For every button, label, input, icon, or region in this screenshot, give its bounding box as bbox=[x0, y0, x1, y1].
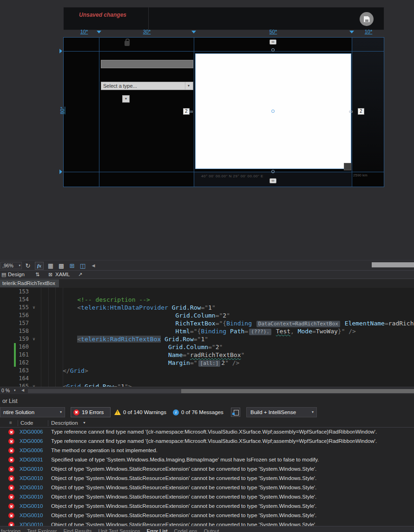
error-row[interactable]: XDG0006The method or operation is not im… bbox=[0, 446, 414, 455]
code-line[interactable]: 165∨ <Grid Grid.Row="1"> bbox=[0, 383, 414, 387]
code-line[interactable]: 154 <!-- description --> bbox=[0, 296, 414, 304]
swap-panes-icon[interactable]: ⇅ bbox=[35, 272, 39, 278]
error-row[interactable]: XDG0006Type reference cannot find type n… bbox=[0, 428, 414, 437]
editor-hscrollbar-thumb[interactable] bbox=[181, 389, 414, 393]
editor-zoom-select[interactable]: 0 % bbox=[1, 388, 10, 393]
fold-arrow-icon[interactable]: ∨ bbox=[31, 335, 37, 343]
selection-handle-top[interactable] bbox=[271, 48, 275, 52]
margin-chain-right-icon[interactable]: ∞ bbox=[349, 109, 353, 114]
code-column-header[interactable]: Code bbox=[20, 420, 33, 426]
code-line[interactable]: 160 Grid.Column="2" bbox=[0, 343, 414, 351]
fold-arrow-icon[interactable]: ∨ bbox=[31, 383, 37, 387]
designed-textbox[interactable] bbox=[101, 60, 193, 68]
error-row[interactable]: XDG0010Object of type 'System.Windows.St… bbox=[0, 483, 414, 493]
resize-grip[interactable] bbox=[344, 163, 351, 170]
code-line[interactable]: 153 bbox=[0, 288, 414, 296]
column-divider[interactable] bbox=[18, 420, 18, 426]
tab-design[interactable]: Design bbox=[8, 272, 25, 277]
error-row[interactable]: XDG0010Object of type 'System.Windows.St… bbox=[0, 493, 414, 502]
selection-handle-bottom[interactable] bbox=[271, 170, 275, 173]
code-line[interactable]: 158 Html="{Binding Path=(???). Test, Mod… bbox=[0, 327, 414, 335]
show-grid-icon[interactable]: ▦ bbox=[47, 262, 54, 270]
collapse-panel-icon[interactable]: ◀ bbox=[90, 262, 97, 270]
error-code-link[interactable]: XDG0006 bbox=[20, 448, 43, 453]
fold-arrow-icon[interactable]: ∨ bbox=[31, 304, 37, 311]
column-splitter-marker[interactable] bbox=[349, 31, 354, 33]
code-lines[interactable]: 153154 <!-- description -->155∨ <telerik… bbox=[0, 288, 414, 387]
margin-chain-left-icon[interactable]: ∞ bbox=[189, 109, 193, 114]
refresh-icon[interactable]: ↻ bbox=[24, 262, 32, 270]
column-width-label[interactable]: 10* bbox=[365, 29, 373, 34]
row-boundary-marker[interactable] bbox=[59, 49, 62, 53]
panel-tab[interactable]: factoring bbox=[1, 526, 20, 532]
margin-value-right[interactable]: 2 bbox=[358, 108, 364, 115]
warnings-toggle-button[interactable]: 0 of 140 Warnings bbox=[114, 407, 166, 417]
column-width-label[interactable]: 30* bbox=[143, 29, 151, 34]
panel-tab[interactable]: CodeLens bbox=[174, 526, 197, 532]
error-code-link[interactable]: XDG0010 bbox=[20, 494, 43, 500]
panel-tab[interactable]: Test Explorer bbox=[27, 526, 57, 532]
scroll-left-icon[interactable]: ◀ bbox=[21, 388, 24, 392]
editor-hscrollbar-track[interactable] bbox=[28, 389, 414, 393]
code-line[interactable]: 157 RichTextBox="{Binding DataContext=Ra… bbox=[0, 319, 414, 327]
error-code-link[interactable]: XDG0010 bbox=[20, 475, 43, 481]
zoom-select[interactable]: ,96% ▾ bbox=[0, 262, 22, 269]
snap-to-snaplines-icon[interactable]: ◫ bbox=[79, 262, 86, 270]
designed-combobox[interactable]: Select a type... ▾ bbox=[101, 82, 193, 90]
code-line[interactable]: 156 Grid.Column="2" bbox=[0, 311, 414, 319]
messages-toggle-button[interactable]: 0 of 76 Messages bbox=[173, 407, 223, 417]
panel-tab[interactable]: Find Results bbox=[63, 526, 92, 532]
scope-filter-dropdown[interactable]: ntire Solution ▾ bbox=[0, 407, 65, 417]
panel-tab[interactable]: Error List bbox=[147, 526, 168, 532]
row-height-label[interactable]: 80* bbox=[59, 107, 65, 115]
designed-dropdown-button[interactable]: ▾ bbox=[122, 95, 130, 103]
column-splitter-marker[interactable] bbox=[97, 31, 101, 33]
xaml-code-editor[interactable]: 153154 <!-- description -->155∨ <telerik… bbox=[0, 288, 414, 387]
error-row[interactable]: XDG0010Object of type 'System.Windows.St… bbox=[0, 502, 414, 511]
popout-icon[interactable]: ↗ bbox=[78, 272, 82, 278]
column-splitter-marker[interactable] bbox=[191, 31, 196, 33]
error-row[interactable]: XDG0010Object of type 'System.Windows.St… bbox=[0, 465, 414, 474]
code-line[interactable]: 162 Margin="[all:]2" /> bbox=[0, 359, 414, 367]
selection-center-point[interactable] bbox=[271, 110, 275, 113]
source-filter-dropdown[interactable]: Build + IntelliSense ▾ bbox=[246, 407, 317, 417]
code-token: " bbox=[241, 351, 244, 358]
panel-tab[interactable]: Output bbox=[204, 526, 219, 532]
designer-hscrollbar-thumb[interactable] bbox=[372, 262, 414, 267]
column-width-label[interactable]: 10* bbox=[80, 29, 88, 34]
xaml-designer-surface[interactable]: Unsaved changes 10* 30* 50* 10* 80* Sele… bbox=[0, 0, 414, 260]
column-width-label[interactable]: 50* bbox=[269, 29, 277, 34]
save-button[interactable] bbox=[360, 12, 374, 26]
error-code-link[interactable]: XDG0006 bbox=[20, 438, 43, 444]
show-snaplines-icon[interactable]: ⊞ bbox=[68, 262, 76, 270]
error-code-link[interactable]: XDG0010 bbox=[20, 513, 43, 518]
tab-xaml[interactable]: XAML bbox=[55, 272, 70, 277]
code-line[interactable]: 159∨ <telerik:RadRichTextBox Grid.Row="1… bbox=[0, 335, 414, 343]
code-line[interactable]: 164 bbox=[0, 375, 414, 383]
error-row[interactable]: XDG0010Object of type 'System.Windows.St… bbox=[0, 511, 414, 520]
column-divider[interactable] bbox=[48, 420, 48, 426]
error-row[interactable]: XDG0031Specified value of type 'System.W… bbox=[0, 455, 414, 465]
severity-column-header[interactable]: ≡ bbox=[9, 420, 12, 425]
error-row[interactable]: XDG0006Type reference cannot find type n… bbox=[0, 437, 414, 446]
effects-fx-toggle[interactable]: fx bbox=[35, 262, 44, 270]
breadcrumb[interactable]: telerik:RadRichTextBox bbox=[0, 279, 59, 287]
row-boundary-marker[interactable] bbox=[59, 169, 62, 174]
errors-toggle-button[interactable]: 19 Errors bbox=[71, 407, 111, 417]
description-column-header[interactable]: Description bbox=[51, 420, 78, 426]
code-line[interactable]: 163 </Grid> bbox=[0, 367, 414, 375]
error-code-link[interactable]: XDG0010 bbox=[20, 466, 43, 472]
code-line[interactable]: 155∨ <telerik:HtmlDataProvider Grid.Row=… bbox=[0, 304, 414, 311]
error-code-link[interactable]: XDG0010 bbox=[20, 485, 43, 490]
panel-tab[interactable]: Unit Test Sessions bbox=[99, 526, 140, 532]
filter-button[interactable] bbox=[231, 408, 240, 417]
code-line[interactable]: 161 Name="radRichTextBox" bbox=[0, 351, 414, 359]
error-code-link[interactable]: XDG0010 bbox=[20, 503, 43, 509]
error-code-link[interactable]: XDG0006 bbox=[20, 429, 43, 435]
error-row[interactable]: XDG0010Object of type 'System.Windows.St… bbox=[0, 474, 414, 483]
margin-anchor-top-icon[interactable]: ∞ bbox=[269, 39, 276, 45]
margin-anchor-bottom-icon[interactable]: ∞ bbox=[269, 178, 276, 183]
snap-grid-icon[interactable]: ▩ bbox=[58, 262, 65, 270]
margin-value-left[interactable]: 2 bbox=[183, 108, 190, 115]
error-code-link[interactable]: XDG0031 bbox=[20, 457, 43, 462]
